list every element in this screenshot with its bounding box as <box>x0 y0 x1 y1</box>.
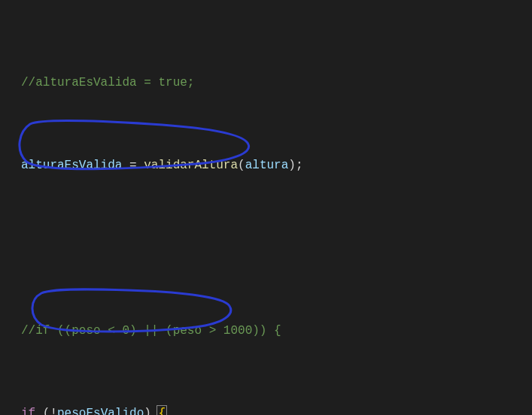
code-token-brace: { <box>158 407 166 416</box>
code-token-punct: ) <box>144 407 158 416</box>
code-line[interactable]: //alturaEsValida = true; <box>21 73 532 94</box>
code-line-blank[interactable] <box>21 238 532 259</box>
code-token-variable: pesoEsValido <box>57 407 144 416</box>
code-editor[interactable]: //alturaEsValida = true; alturaEsValida … <box>0 0 532 415</box>
code-line[interactable]: //if ((peso < 0) || (peso > 1000)) { <box>21 321 532 342</box>
code-token-punct: (! <box>35 407 57 416</box>
code-token-punct: = <box>122 159 144 172</box>
code-token-variable: alturaEsValida <box>21 159 122 172</box>
code-token-function: validarAltura <box>144 159 238 172</box>
code-token-comment: //alturaEsValida = true; <box>21 76 194 89</box>
code-line[interactable]: if (!pesoEsValido) { <box>21 404 532 416</box>
code-token-variable: altura <box>245 159 289 172</box>
code-token-comment: //if ((peso < 0) || (peso > 1000)) { <box>21 324 281 338</box>
code-token-punct: ); <box>288 159 302 172</box>
code-token-keyword: if <box>21 407 35 416</box>
code-token-punct: ( <box>238 159 245 172</box>
code-line[interactable]: alturaEsValida = validarAltura(altura); <box>21 156 532 177</box>
